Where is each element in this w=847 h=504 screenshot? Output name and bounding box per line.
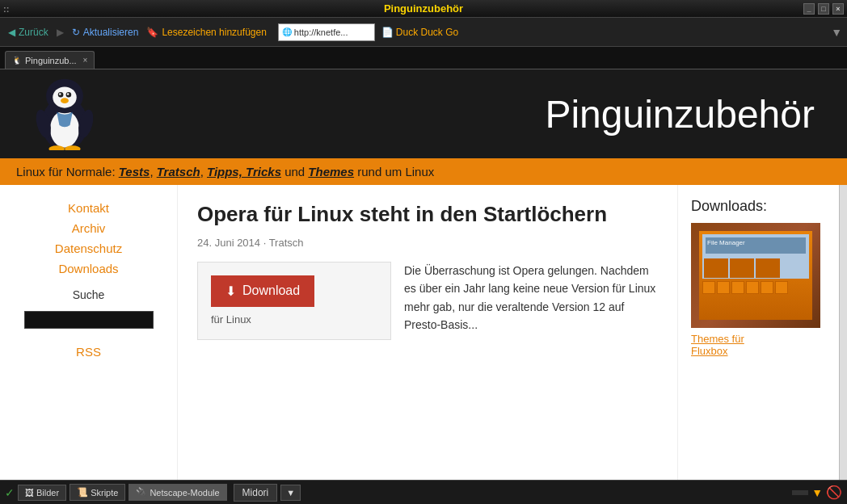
article-title: Opera für Linux steht in den Startlöcher… — [197, 201, 658, 229]
downloads-thumbnail: File Manager — [691, 223, 820, 328]
status-more-button[interactable]: ▼ — [280, 485, 301, 501]
bookmark-link[interactable]: 📄 Duck Duck Go — [381, 27, 458, 38]
window-title: Pinguinzubehör — [384, 2, 463, 15]
svg-point-3 — [53, 86, 76, 107]
article-body: ⬇ Download für Linux Die Überraschung is… — [197, 262, 658, 340]
back-arrow-icon: ◀ — [8, 27, 15, 38]
svg-point-7 — [67, 93, 69, 94]
browser-content: Pinguinzubehör Linux für Normale: Tests,… — [0, 69, 847, 480]
refresh-icon: ↻ — [72, 27, 80, 38]
bookmark-icon: 🔖 — [146, 27, 158, 38]
page-icon: 📄 — [381, 27, 394, 38]
download-box: ⬇ Download für Linux — [197, 262, 391, 340]
tab-close-button[interactable]: × — [83, 56, 88, 65]
sidebar-item-kontakt[interactable]: Kontakt — [68, 201, 109, 215]
sidebar: Kontakt Archiv Datenschutz Downloads Suc… — [0, 185, 178, 480]
next-button[interactable]: ▶ — [53, 25, 67, 40]
status-tab-bilder[interactable]: 🖼 Bilder — [18, 485, 66, 501]
status-tab-netscape[interactable]: 🔌 Netscape-Module — [129, 484, 226, 501]
svg-point-6 — [59, 93, 61, 94]
title-bar: :: Pinguinzubehör _ □ × — [0, 0, 847, 18]
title-bar-dots: :: — [3, 4, 9, 14]
status-right-arrow-icon: ▼ — [811, 486, 823, 499]
status-app-name: Midori — [234, 484, 278, 502]
nav-tratsch-link[interactable]: Tratsch — [157, 165, 200, 178]
sidebar-item-downloads[interactable]: Downloads — [58, 262, 118, 275]
download-icon: ⬇ — [225, 284, 236, 299]
download-button[interactable]: ⬇ Download — [211, 275, 314, 307]
status-more-arrow-icon: ▼ — [286, 488, 295, 498]
penguin-logo-icon — [28, 78, 101, 150]
search-input[interactable] — [24, 311, 154, 329]
site-title: Pinguinzubehör — [113, 92, 831, 136]
sidebar-rss-link[interactable]: RSS — [76, 345, 101, 359]
status-stop-icon[interactable]: 🚫 — [826, 485, 842, 500]
tab-favicon: 🐧 — [12, 56, 22, 65]
skripte-icon: 📜 — [77, 487, 88, 498]
downloads-label: Downloads: — [691, 198, 826, 215]
nav-tipps-link[interactable]: Tipps, Tricks — [207, 165, 281, 178]
sidebar-item-archiv[interactable]: Archiv — [72, 221, 106, 235]
site-header: Pinguinzubehör — [0, 69, 847, 158]
minimize-button[interactable]: _ — [803, 3, 815, 15]
nav-dropdown-icon[interactable]: ▼ — [831, 26, 842, 39]
svg-point-8 — [61, 98, 69, 103]
download-for-label: für Linux — [211, 313, 251, 326]
url-bar[interactable]: 🌐 http://knetfe... — [278, 23, 375, 41]
sidebar-item-datenschutz[interactable]: Datenschutz — [55, 242, 122, 255]
status-right: ▼ 🚫 — [792, 485, 842, 500]
article-meta: 24. Juni 2014 · Tratsch — [197, 237, 658, 249]
sidebar-search-label: Suche — [73, 288, 105, 301]
close-button[interactable]: × — [832, 3, 844, 15]
maximize-button[interactable]: □ — [818, 3, 829, 15]
tab-bar: 🐧 Pinguinzub... × — [0, 47, 847, 69]
status-bar: ✓ 🖼 Bilder 📜 Skripte 🔌 Netscape-Module M… — [0, 480, 847, 504]
thumb-screen: File Manager — [702, 234, 809, 279]
tab-label: Pinguinzub... — [25, 56, 77, 65]
browser-tab[interactable]: 🐧 Pinguinzub... × — [5, 51, 95, 69]
netscape-icon: 🔌 — [136, 487, 147, 498]
right-sidebar: Downloads: File Manager — [677, 185, 839, 480]
content-area: Opera für Linux steht in den Startlöcher… — [178, 185, 677, 480]
url-text: http://knetfe... — [294, 27, 348, 37]
title-bar-controls: _ □ × — [803, 3, 844, 15]
thumb-inner: File Manager — [699, 231, 812, 320]
article-text: Die Überraschung ist Opera gelungen. Nac… — [404, 262, 658, 340]
bookmark-button[interactable]: 🔖 Lesezeichen hinzufügen — [143, 25, 269, 40]
status-tab-skripte[interactable]: 📜 Skripte — [70, 484, 125, 501]
nav-tests-link[interactable]: Tests — [119, 165, 150, 178]
shield-icon: ✓ — [5, 486, 15, 499]
status-right-block — [792, 490, 808, 495]
next-arrow-icon: ▶ — [57, 27, 64, 38]
scrollbar[interactable] — [839, 185, 847, 480]
site-main: Kontakt Archiv Datenschutz Downloads Suc… — [0, 185, 847, 480]
themes-link[interactable]: Themes für — [691, 333, 826, 345]
nav-bar: ◀ Zurück ▶ ↻ Aktualisieren 🔖 Lesezeichen… — [0, 18, 847, 47]
thumb-file-icons — [702, 281, 809, 294]
site-nav-band: Linux für Normale: Tests, Tratsch, Tipps… — [0, 158, 847, 185]
fluxbox-link[interactable]: Fluxbox — [691, 345, 826, 357]
nav-themes-link[interactable]: Themes — [308, 165, 354, 178]
site-logo — [16, 78, 113, 150]
back-button[interactable]: ◀ Zurück — [5, 25, 52, 40]
url-globe-icon: 🌐 — [282, 27, 292, 36]
refresh-button[interactable]: ↻ Aktualisieren — [69, 25, 142, 40]
bilder-icon: 🖼 — [25, 488, 34, 498]
